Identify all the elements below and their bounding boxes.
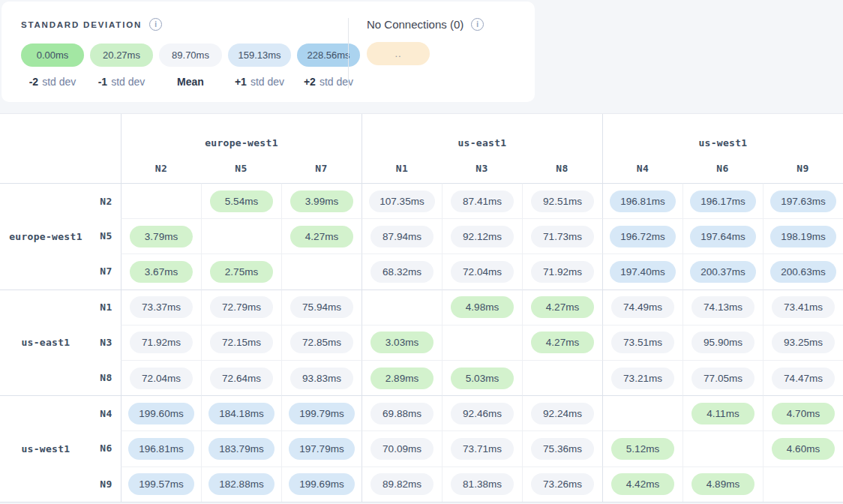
latency-pill[interactable]: 93.25ms bbox=[772, 332, 835, 353]
latency-pill[interactable]: 72.85ms bbox=[290, 332, 353, 353]
latency-pill[interactable]: 197.64ms bbox=[690, 226, 755, 248]
latency-pill[interactable]: 71.73ms bbox=[531, 226, 594, 248]
latency-pill[interactable]: 70.09ms bbox=[370, 438, 434, 460]
latency-pill[interactable]: 71.92ms bbox=[531, 261, 594, 283]
latency-pill[interactable]: 4.89ms bbox=[692, 473, 754, 495]
latency-cell: 200.63ms bbox=[763, 254, 843, 289]
latency-pill[interactable]: 3.99ms bbox=[290, 190, 353, 212]
latency-pill[interactable]: 73.26ms bbox=[531, 473, 594, 495]
latency-pill[interactable]: 200.37ms bbox=[690, 261, 755, 283]
latency-pill[interactable]: 199.57ms bbox=[128, 473, 194, 495]
latency-pill[interactable]: 184.18ms bbox=[208, 403, 274, 424]
latency-cell: 196.72ms bbox=[602, 218, 682, 254]
latency-pill[interactable]: 68.32ms bbox=[370, 261, 434, 283]
latency-pill[interactable]: 182.88ms bbox=[208, 473, 274, 495]
latency-cell: 75.94ms bbox=[281, 290, 362, 325]
latency-pill[interactable]: 4.70ms bbox=[772, 403, 835, 424]
stddev-title: STANDARD DEVIATION bbox=[21, 20, 142, 29]
latency-pill[interactable]: 71.92ms bbox=[130, 332, 193, 353]
latency-cell: 81.38ms bbox=[442, 466, 522, 502]
latency-pill[interactable]: 196.81ms bbox=[610, 190, 675, 212]
legend-label: +2std dev bbox=[304, 76, 353, 88]
latency-pill[interactable]: 87.94ms bbox=[370, 226, 434, 248]
latency-pill[interactable]: 92.12ms bbox=[451, 226, 514, 248]
latency-pill[interactable]: 199.60ms bbox=[128, 403, 194, 424]
latency-pill[interactable]: 92.51ms bbox=[531, 190, 594, 212]
latency-pill[interactable]: 69.88ms bbox=[370, 403, 434, 424]
latency-pill[interactable]: 95.90ms bbox=[692, 332, 754, 353]
latency-pill[interactable]: 3.67ms bbox=[130, 261, 193, 283]
latency-pill[interactable]: 197.79ms bbox=[289, 438, 354, 460]
latency-pill[interactable]: 74.47ms bbox=[772, 368, 835, 389]
latency-pill[interactable]: 197.63ms bbox=[770, 190, 836, 212]
latency-pill[interactable]: 196.17ms bbox=[690, 190, 755, 212]
latency-cell bbox=[362, 290, 442, 325]
latency-pill[interactable]: 200.63ms bbox=[770, 261, 836, 283]
latency-pill[interactable]: 4.27ms bbox=[531, 296, 594, 318]
latency-pill[interactable]: 92.24ms bbox=[531, 403, 594, 424]
latency-pill[interactable]: 196.81ms bbox=[128, 438, 194, 460]
latency-cell: 2.75ms bbox=[201, 254, 281, 289]
latency-pill[interactable]: 4.27ms bbox=[290, 226, 353, 248]
latency-pill[interactable]: 72.15ms bbox=[210, 332, 273, 353]
latency-cell: 182.88ms bbox=[201, 466, 281, 502]
latency-pill[interactable]: 73.21ms bbox=[611, 368, 674, 389]
latency-pill[interactable]: 74.49ms bbox=[611, 296, 674, 318]
latency-cell bbox=[602, 395, 682, 430]
row-node-label: N6 bbox=[92, 430, 121, 466]
latency-cell: 68.32ms bbox=[362, 254, 442, 289]
latency-pill[interactable]: 5.12ms bbox=[611, 438, 674, 460]
latency-pill[interactable]: 2.75ms bbox=[210, 261, 273, 283]
legend-pill: 20.27ms bbox=[90, 44, 153, 67]
latency-pill[interactable]: 4.27ms bbox=[531, 332, 594, 353]
latency-pill[interactable]: 198.19ms bbox=[770, 226, 836, 248]
latency-pill[interactable]: 72.04ms bbox=[451, 261, 514, 283]
latency-pill[interactable]: 75.36ms bbox=[531, 438, 594, 460]
latency-pill[interactable]: 89.82ms bbox=[370, 473, 434, 495]
column-group-header: europe-west1 bbox=[121, 114, 362, 153]
latency-pill[interactable]: 107.35ms bbox=[369, 190, 434, 212]
latency-pill[interactable]: 4.11ms bbox=[692, 403, 754, 424]
info-icon[interactable]: i bbox=[149, 18, 162, 31]
latency-pill[interactable]: 5.54ms bbox=[210, 190, 273, 212]
latency-pill[interactable]: 87.41ms bbox=[451, 190, 514, 212]
latency-pill[interactable]: 73.41ms bbox=[772, 296, 835, 318]
latency-cell: 92.51ms bbox=[522, 183, 602, 218]
latency-cell: 200.37ms bbox=[682, 254, 763, 289]
latency-pill[interactable]: 3.03ms bbox=[370, 332, 434, 353]
column-node-header: N6 bbox=[682, 153, 763, 183]
latency-pill[interactable]: 196.72ms bbox=[610, 226, 675, 248]
legend-pill: 159.13ms bbox=[228, 44, 291, 67]
info-icon[interactable]: i bbox=[471, 18, 484, 31]
latency-pill[interactable]: 81.38ms bbox=[451, 473, 514, 495]
latency-pill[interactable]: 4.60ms bbox=[772, 438, 835, 460]
column-node-header: N7 bbox=[281, 153, 362, 183]
latency-pill[interactable]: 5.03ms bbox=[451, 368, 514, 389]
row-node-label: N4 bbox=[92, 395, 121, 430]
latency-pill[interactable]: 77.05ms bbox=[692, 368, 754, 389]
latency-pill[interactable]: 74.13ms bbox=[692, 296, 754, 318]
latency-pill[interactable]: 72.64ms bbox=[210, 368, 273, 389]
latency-pill[interactable]: 199.79ms bbox=[289, 403, 354, 424]
latency-cell bbox=[682, 430, 763, 466]
latency-pill[interactable]: 73.71ms bbox=[451, 438, 514, 460]
latency-pill[interactable]: 93.83ms bbox=[290, 368, 353, 389]
latency-pill[interactable]: 197.40ms bbox=[610, 261, 675, 283]
latency-cell: 87.94ms bbox=[362, 218, 442, 254]
latency-pill[interactable]: 183.79ms bbox=[208, 438, 274, 460]
latency-pill[interactable]: 73.37ms bbox=[130, 296, 193, 318]
latency-cell: 196.17ms bbox=[682, 183, 763, 218]
latency-pill[interactable]: 73.51ms bbox=[611, 332, 674, 353]
latency-cell: 197.63ms bbox=[763, 183, 843, 218]
latency-pill[interactable]: 72.79ms bbox=[210, 296, 273, 318]
latency-pill[interactable]: 2.89ms bbox=[370, 368, 434, 389]
latency-pill[interactable]: 92.46ms bbox=[451, 403, 514, 424]
latency-pill[interactable]: 4.42ms bbox=[611, 473, 674, 495]
latency-pill[interactable]: 72.04ms bbox=[130, 368, 193, 389]
latency-cell: 199.79ms bbox=[281, 395, 362, 430]
latency-pill[interactable]: 199.69ms bbox=[289, 473, 354, 495]
latency-pill[interactable]: 75.94ms bbox=[290, 296, 353, 318]
latency-pill[interactable]: 3.79ms bbox=[130, 226, 193, 248]
latency-matrix: europe-west1N2N5N7us-east1N1N3N8us-west1… bbox=[0, 113, 843, 502]
latency-pill[interactable]: 4.98ms bbox=[451, 296, 514, 318]
